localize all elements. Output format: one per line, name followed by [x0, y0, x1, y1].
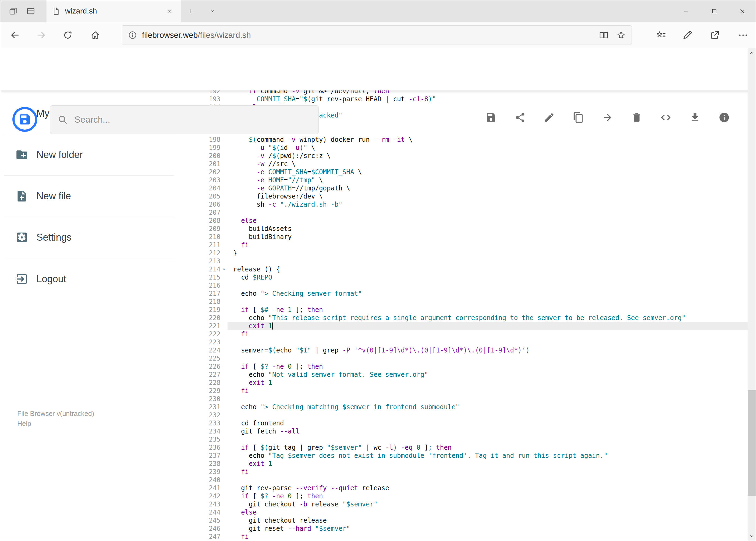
code-line-245[interactable]: 245 git checkout release	[195, 516, 748, 525]
download-button[interactable]	[685, 108, 705, 127]
code-line-236[interactable]: 236 if [ $(git tag | grep "$semver" | wc…	[195, 443, 748, 452]
code-line-219[interactable]: 219 if [ $# -ne 1 ]; then	[195, 306, 748, 314]
delete-button[interactable]	[627, 108, 646, 127]
code-text	[227, 281, 748, 289]
fold-gutter	[220, 395, 227, 403]
hub-button[interactable]	[651, 26, 670, 45]
code-line-210[interactable]: 210 buildBinary	[195, 233, 748, 241]
line-number: 233	[195, 419, 220, 427]
code-line-234[interactable]: 234 git fetch --all	[195, 427, 748, 435]
code-line-221[interactable]: 221 exit 1	[195, 322, 748, 330]
code-line-209[interactable]: 209 buildAssets	[195, 225, 748, 233]
code-line-212[interactable]: 212}	[195, 249, 748, 257]
code-line-226[interactable]: 226 if [ $? -ne 0 ]; then	[195, 362, 748, 370]
app-logo[interactable]	[12, 107, 37, 132]
code-line-233[interactable]: 233 cd frontend	[195, 419, 748, 427]
info-button[interactable]	[714, 108, 734, 127]
code-line-230[interactable]: 230	[195, 395, 748, 403]
save-button[interactable]	[481, 108, 501, 127]
tabs-preview-button[interactable]	[23, 0, 39, 22]
home-button[interactable]	[86, 26, 105, 45]
code-line-228[interactable]: 228 exit 1	[195, 379, 748, 387]
code-line-213[interactable]: 213	[195, 257, 748, 265]
code-line-246[interactable]: 246 git reset --hard "$semver"	[195, 525, 748, 533]
scroll-down-button[interactable]	[748, 532, 756, 541]
code-line-201[interactable]: 201 -w //src \	[195, 160, 748, 168]
code-line-241[interactable]: 241 git rev-parse --verify --quiet relea…	[195, 484, 748, 492]
code-line-214[interactable]: 214▾release () {	[195, 265, 748, 273]
new-tab-button[interactable]	[182, 0, 200, 22]
code-line-232[interactable]: 232	[195, 411, 748, 419]
web-note-button[interactable]	[678, 26, 697, 45]
code-line-244[interactable]: 244 else	[195, 508, 748, 516]
tab-close-button[interactable]	[163, 5, 175, 17]
tab-preview-toggle[interactable]	[203, 0, 222, 22]
code-line-239[interactable]: 239 fi	[195, 468, 748, 476]
code-line-211[interactable]: 211 fi	[195, 241, 748, 249]
code-line-199[interactable]: 199 -u "$(id -u)" \	[195, 144, 748, 152]
url-text[interactable]: filebrowser.web/files/wizard.sh	[142, 31, 594, 40]
code-line-227[interactable]: 227 echo "Not valid semver format. See s…	[195, 370, 748, 379]
code-line-247[interactable]: 247 fi	[195, 533, 748, 541]
copy-button[interactable]	[569, 108, 588, 127]
sidebar-item-settings[interactable]: Settings	[4, 217, 174, 258]
code-line-215[interactable]: 215 cd $REPO	[195, 273, 748, 281]
code-line-202[interactable]: 202 -e COMMIT_SHA=$COMMIT_SHA \	[195, 168, 748, 176]
code-line-207[interactable]: 207	[195, 209, 748, 217]
info-icon	[718, 112, 730, 123]
site-info-icon[interactable]	[125, 28, 140, 42]
fold-marker-icon[interactable]: ▾	[220, 265, 227, 273]
code-text: release () {	[227, 265, 748, 273]
code-line-237[interactable]: 237 echo "Tag $semver does not exist in …	[195, 452, 748, 460]
code-line-203[interactable]: 203 -e HOME="//tmp" \	[195, 176, 748, 184]
code-line-224[interactable]: 224 semver=$(echo "$1" | grep -P '^v(0|[…	[195, 346, 748, 354]
favorite-button[interactable]	[614, 28, 629, 42]
code-line-208[interactable]: 208 else	[195, 217, 748, 225]
code-line-220[interactable]: 220 echo "This release script requires a…	[195, 314, 748, 322]
move-button[interactable]	[598, 108, 617, 127]
close-window-button[interactable]	[728, 0, 756, 22]
code-line-222[interactable]: 222 fi	[195, 330, 748, 338]
maximize-button[interactable]	[700, 0, 728, 22]
code-line-225[interactable]: 225	[195, 354, 748, 362]
minimize-button[interactable]	[672, 0, 700, 22]
back-button[interactable]	[5, 26, 24, 45]
code-line-235[interactable]: 235	[195, 435, 748, 443]
code-line-243[interactable]: 243 git checkout -b release "$semver"	[195, 500, 748, 508]
scroll-up-button[interactable]	[748, 48, 756, 58]
help-link[interactable]: Help	[17, 419, 94, 429]
code-line-242[interactable]: 242 if [ $? -ne 0 ]; then	[195, 492, 748, 500]
code-line-240[interactable]: 240	[195, 476, 748, 484]
code-line-218[interactable]: 218	[195, 297, 748, 306]
code-line-200[interactable]: 200 -v /$(pwd):/src:z \	[195, 152, 748, 160]
code-line-223[interactable]: 223	[195, 338, 748, 346]
set-tabs-aside-button[interactable]	[5, 0, 21, 22]
code-line-205[interactable]: 205 filebrowser/dev \	[195, 192, 748, 201]
code-line-206[interactable]: 206 sh -c "./wizard.sh -b"	[195, 201, 748, 209]
code-button[interactable]	[656, 108, 675, 127]
code-line-238[interactable]: 238 exit 1	[195, 460, 748, 468]
code-line-217[interactable]: 217 echo "> Checking semver format"	[195, 289, 748, 297]
refresh-button[interactable]	[58, 26, 77, 45]
share-button[interactable]	[510, 108, 530, 127]
line-number: 213	[195, 257, 220, 265]
sidebar-item-new-file[interactable]: New file	[4, 176, 174, 217]
forward-button[interactable]	[32, 26, 51, 45]
code-text: -v /$(pwd):/src:z \	[227, 152, 748, 160]
edit-button[interactable]	[540, 108, 559, 127]
share-page-button[interactable]	[705, 26, 724, 45]
sidebar-item-new-folder[interactable]: New folder	[4, 134, 174, 176]
reading-view-button[interactable]	[597, 28, 611, 42]
page-scrollbar[interactable]	[748, 48, 756, 541]
code-line-216[interactable]: 216	[195, 281, 748, 289]
more-menu-button[interactable]	[734, 26, 752, 45]
search-box[interactable]	[50, 105, 319, 134]
code-line-229[interactable]: 229 fi	[195, 387, 748, 395]
url-bar[interactable]: filebrowser.web/files/wizard.sh	[122, 25, 632, 45]
sidebar-item-logout[interactable]: Logout	[4, 258, 174, 299]
code-line-231[interactable]: 231 echo "> Checking matching $semver in…	[195, 403, 748, 411]
code-line-204[interactable]: 204 -e GOPATH=//tmp/gopath \	[195, 184, 748, 192]
scrollbar-thumb[interactable]	[748, 390, 756, 496]
search-input[interactable]	[75, 115, 312, 125]
browser-tab[interactable]: wizard.sh	[46, 0, 181, 22]
